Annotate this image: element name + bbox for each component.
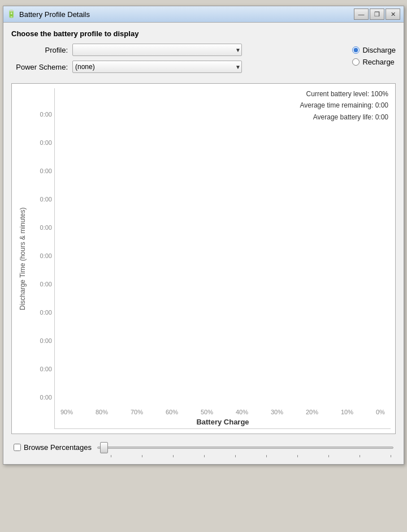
title-bar-left: 🔋 Battery Profile Details — [7, 10, 90, 19]
chart-area: Current battery level: 100% Average time… — [11, 83, 396, 434]
slider-tick-9 — [360, 455, 360, 457]
close-button[interactable]: ✕ — [386, 8, 400, 20]
main-window: 🔋 Battery Profile Details — ❒ ✕ Choose t… — [3, 6, 404, 465]
slider-tick-4 — [204, 455, 205, 457]
y-tick: 0:00 — [31, 366, 52, 372]
slider-ticks — [106, 455, 396, 457]
x-tick: 50% — [201, 409, 213, 415]
x-tick: 30% — [271, 409, 283, 415]
slider-tick-7 — [297, 455, 298, 457]
slider-tick-6 — [266, 455, 267, 457]
y-tick: 0:00 — [31, 111, 52, 118]
maximize-button[interactable]: ❒ — [370, 8, 384, 20]
slider-tick-8 — [328, 455, 329, 457]
slider-tick-10 — [391, 455, 391, 457]
x-tick: 90% — [60, 409, 73, 415]
x-tick: 0% — [376, 409, 385, 415]
y-tick: 0:00 — [31, 196, 52, 203]
slider-tick-3 — [173, 455, 174, 457]
x-tick: 10% — [341, 409, 353, 415]
chart-plot-area: 90%80%70%60%50%40%30%20%10%0% Battery Ch… — [54, 88, 391, 429]
slider-track — [97, 447, 393, 449]
y-tick: 0:00 — [31, 337, 52, 344]
y-axis-label: Discharge Time (hours & minutes) — [16, 88, 29, 429]
recharge-radio[interactable] — [352, 58, 360, 66]
browse-checkbox[interactable] — [14, 444, 21, 451]
y-tick: 0:00 — [31, 252, 52, 259]
recharge-label: Recharge — [362, 58, 394, 66]
y-tick: 0:00 — [31, 168, 52, 174]
y-tick: 0:00 — [31, 309, 52, 316]
discharge-radio[interactable] — [352, 46, 360, 54]
power-scheme-row: Power Scheme: (none) ▼ — [11, 61, 342, 73]
x-tick: 80% — [96, 409, 108, 415]
x-axis-label: Battery Charge — [55, 418, 391, 428]
browse-checkbox-item: Browse Percentages — [14, 443, 92, 452]
bottom-bar: Browse Percentages — [11, 440, 396, 455]
radio-group: Discharge Recharge — [352, 44, 396, 66]
profile-row: Profile: ▼ — [11, 44, 342, 56]
slider-tick-1 — [111, 455, 111, 457]
y-axis-ticks: 0:000:000:000:000:000:000:000:000:000:00… — [29, 88, 54, 429]
battery-icon: 🔋 — [7, 10, 16, 19]
power-scheme-select-wrapper: (none) ▼ — [72, 61, 242, 73]
y-tick: 0:00 — [31, 281, 52, 288]
x-tick: 20% — [306, 409, 318, 415]
profile-select[interactable] — [72, 44, 242, 56]
slider-thumb[interactable] — [100, 442, 108, 453]
recharge-radio-label[interactable]: Recharge — [352, 58, 396, 66]
discharge-label: Discharge — [362, 46, 396, 54]
x-ticks: 90%80%70%60%50%40%30%20%10%0% — [55, 406, 391, 415]
slider-container — [97, 447, 393, 449]
y-tick: 0:00 — [31, 394, 52, 401]
profile-select-wrapper: ▼ — [72, 44, 242, 56]
y-tick: 0:00 — [31, 224, 52, 231]
section-label: Choose the battery profile to display — [11, 29, 396, 38]
profile-label: Profile: — [11, 46, 68, 54]
chart-inner: Discharge Time (hours & minutes) 0:000:0… — [16, 88, 391, 429]
slider-tick-5 — [235, 455, 236, 457]
title-bar: 🔋 Battery Profile Details — ❒ ✕ — [3, 6, 404, 23]
y-tick: 0:00 — [31, 139, 52, 146]
title-bar-buttons: — ❒ ✕ — [354, 8, 400, 20]
window-content: Choose the battery profile to display Pr… — [3, 23, 404, 464]
x-tick: 70% — [131, 409, 143, 415]
x-axis-area: 90%80%70%60%50%40%30%20%10%0% Battery Ch… — [55, 406, 391, 428]
x-tick: 60% — [166, 409, 178, 415]
x-tick: 40% — [236, 409, 248, 415]
browse-label: Browse Percentages — [24, 443, 92, 452]
discharge-radio-label[interactable]: Discharge — [352, 46, 396, 54]
power-scheme-select[interactable]: (none) — [72, 61, 242, 73]
window-title: Battery Profile Details — [19, 10, 90, 19]
power-scheme-label: Power Scheme: — [11, 63, 68, 71]
minimize-button[interactable]: — — [354, 8, 369, 20]
slider-tick-2 — [142, 455, 142, 457]
